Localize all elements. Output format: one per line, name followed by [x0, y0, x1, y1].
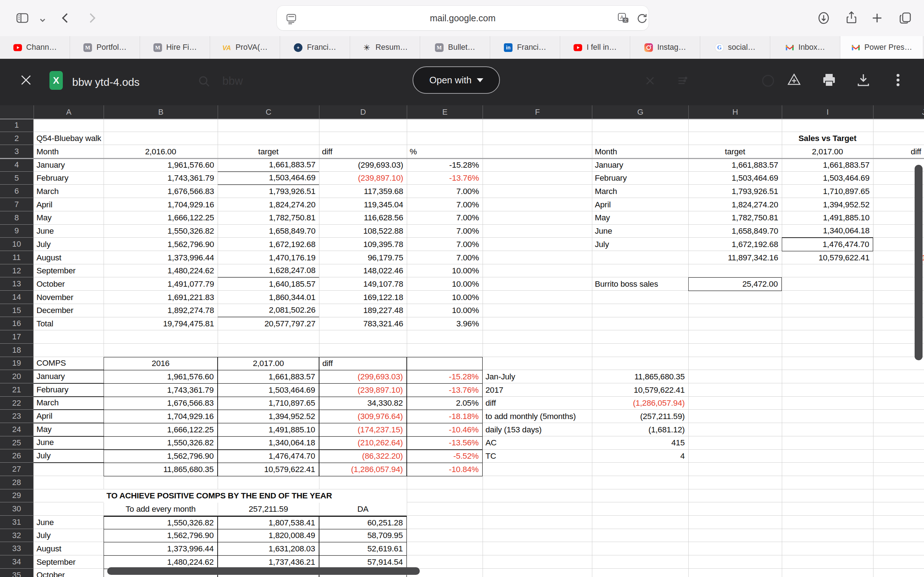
cell-D4: (299,693.03) [319, 158, 407, 172]
cell-E25: -13.56% [407, 436, 483, 450]
cell-E24: -10.46% [407, 423, 483, 437]
ghost-search-text: bbw [222, 75, 243, 88]
medium-favicon-icon: M [153, 43, 162, 52]
chevron-down-icon[interactable] [35, 12, 50, 28]
row-header-32: 32 [0, 529, 33, 542]
print-icon[interactable] [821, 72, 837, 88]
svg-text:M: M [85, 44, 90, 50]
tab-label: Resum… [375, 43, 408, 52]
tab-7[interactable]: inFranci… [490, 36, 560, 59]
row-header-20: 20 [0, 370, 33, 384]
cell-H8: 1,782,750.81 [688, 211, 782, 225]
tab-9[interactable]: Instag… [630, 36, 700, 59]
cell-A25: June [34, 436, 103, 450]
row-header-2: 2 [0, 132, 33, 145]
tab-5[interactable]: ✳Resum… [350, 36, 420, 59]
tab-label: Portfol… [96, 43, 127, 52]
cell-D8: 116,628.56 [319, 211, 407, 225]
more-options-icon[interactable] [890, 72, 906, 88]
cell-A12: September [34, 264, 103, 278]
cell-G9: June [592, 225, 688, 239]
new-tab-icon[interactable] [869, 10, 885, 26]
downloads-icon[interactable] [816, 10, 832, 26]
cell-A34: September [34, 555, 103, 569]
open-with-button[interactable]: Open with [412, 66, 500, 94]
row-header-5: 5 [0, 172, 33, 185]
cell-E4: -15.28% [407, 158, 483, 172]
file-name: bbw ytd-4.ods [72, 59, 140, 105]
gmail-favicon-icon [851, 43, 861, 52]
cell-C27: 10,579,622.41 [218, 463, 319, 476]
tab-12-active[interactable]: Power Pres… [840, 36, 923, 59]
forward-icon[interactable] [84, 10, 100, 26]
cell-C11: 1,470,176.19 [218, 251, 319, 265]
cell-E8: 7.00% [407, 211, 483, 225]
column-header-G: G [592, 105, 688, 119]
cell-B6: 1,676,566.83 [103, 185, 218, 199]
share-icon[interactable] [843, 10, 859, 26]
reload-icon[interactable] [636, 12, 649, 25]
tab-6[interactable]: MBullet… [420, 36, 490, 59]
cell-C15: 2,081,502.26 [218, 304, 319, 318]
cell-A13: October [34, 277, 103, 291]
tab-2[interactable]: MHire Fi… [140, 36, 210, 59]
cell-G25: 415 [592, 436, 688, 450]
cell-D21: (239,897.10) [319, 384, 407, 397]
add-to-drive-icon[interactable] [786, 72, 802, 88]
cell-I7: 1,394,952.52 [782, 198, 873, 212]
cell-E21: -13.76% [407, 384, 483, 397]
cell-D33: 52,619.61 [319, 542, 407, 556]
tab-0[interactable]: Chann… [0, 36, 70, 59]
open-with-label: Open with [429, 75, 472, 86]
ghost-search-icon [197, 74, 212, 90]
cell-A26: July [34, 450, 103, 463]
cell-A10: July [34, 238, 103, 251]
cell-B29: TO ACHIEVE POSITIVE COMPS BY THE END OF … [103, 489, 407, 503]
cell-C14: 1,860,344.01 [218, 291, 319, 305]
column-header-C: C [218, 105, 319, 119]
row-header-30: 30 [0, 502, 33, 516]
back-icon[interactable] [58, 10, 74, 26]
horizontal-scrollbar[interactable] [107, 567, 420, 575]
cell-D24: (174,237.15) [319, 423, 407, 437]
vertical-scrollbar[interactable] [914, 165, 922, 360]
cell-C32: 1,820,008.49 [218, 529, 319, 543]
cell-C33: 1,631,208.03 [218, 542, 319, 556]
reader-icon[interactable] [285, 12, 298, 25]
tab-4[interactable]: ✦Franci… [280, 36, 350, 59]
row-header-1: 1 [0, 119, 33, 132]
address-bar[interactable]: mail.google.com A 文 [277, 6, 649, 30]
row-header-17: 17 [0, 330, 33, 344]
cell-E11: 7.00% [407, 251, 483, 265]
svg-text:✳: ✳ [363, 43, 370, 52]
cell-C10: 1,672,192.68 [218, 238, 319, 251]
close-icon[interactable] [19, 73, 33, 87]
download-icon[interactable] [855, 72, 871, 88]
tab-1[interactable]: MPortfol… [70, 36, 140, 59]
cell-I8: 1,491,885.10 [782, 211, 873, 225]
cell-A31: June [34, 516, 103, 529]
cell-B27: 11,865,680.35 [103, 463, 218, 476]
sidebar-icon[interactable] [15, 10, 30, 26]
column-header-D: D [319, 105, 407, 119]
medium-favicon-icon: M [83, 43, 92, 52]
tab-10[interactable]: Gsocial… [700, 36, 770, 59]
tab-3[interactable]: VAProVA(… [210, 36, 280, 59]
tab-8[interactable]: I fell in… [560, 36, 630, 59]
cell-F20: Jan-July [483, 370, 592, 384]
column-header-H: H [688, 105, 782, 119]
cell-C23: 1,394,952.52 [218, 410, 319, 423]
tab-label: Power Pres… [864, 43, 913, 52]
cell-C30: 257,211.59 [218, 502, 319, 516]
cell-C8: 1,782,750.81 [218, 211, 319, 225]
cell-A15: December [34, 304, 103, 318]
tab-11[interactable]: Inbox… [770, 36, 840, 59]
tab-label: Franci… [517, 43, 546, 52]
row-header-35: 35 [0, 569, 33, 577]
cell-E7: 7.00% [407, 198, 483, 212]
translate-icon[interactable]: A 文 [617, 12, 630, 25]
cell-C24: 1,491,885.10 [218, 423, 319, 437]
tab-overview-icon[interactable] [897, 10, 913, 26]
row-header-19: 19 [0, 357, 33, 371]
cell-B31: 1,550,326.82 [103, 516, 218, 529]
